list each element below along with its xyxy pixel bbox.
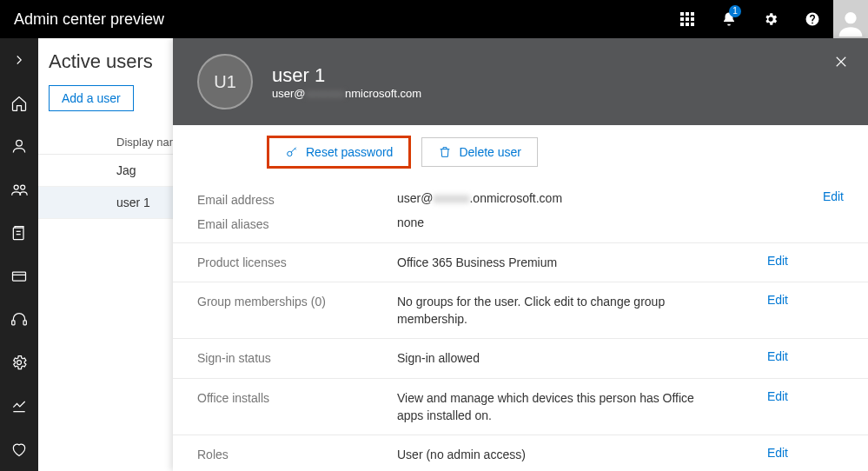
svg-rect-6: [680, 23, 684, 26]
svg-point-10: [17, 141, 23, 147]
close-button[interactable]: [833, 54, 849, 72]
svg-point-9: [845, 12, 856, 23]
row-office-installs: Office installs View and manage which de…: [173, 378, 868, 435]
svg-rect-7: [686, 23, 689, 26]
svg-rect-3: [680, 17, 684, 21]
row-groups: Group memberships (0) No groups for the …: [173, 282, 868, 339]
nav-billing[interactable]: [0, 211, 38, 255]
user-email: user@xxxxxxxnmicrosoft.com: [272, 87, 421, 100]
svg-point-20: [17, 361, 22, 365]
label-product-licenses: Product licenses: [197, 254, 397, 269]
reset-password-button[interactable]: Reset password: [268, 137, 409, 167]
nav-users[interactable]: [0, 125, 38, 169]
delete-user-label: Delete user: [459, 145, 521, 159]
user-display-name: user 1: [272, 64, 421, 87]
svg-point-11: [14, 185, 18, 189]
help-button[interactable]: [792, 0, 833, 38]
nav-expand-button[interactable]: [0, 38, 38, 82]
app-title: Admin center preview: [0, 10, 666, 29]
svg-rect-4: [686, 17, 689, 21]
value-product-licenses: Office 365 Business Premium: [397, 254, 719, 271]
value-group-memberships: No groups for the user. Click edit to ch…: [397, 293, 719, 328]
nav-groups[interactable]: [0, 168, 38, 211]
label-office-installs: Office installs: [197, 389, 397, 405]
edit-groups-link[interactable]: Edit: [767, 293, 788, 307]
edit-signin-link[interactable]: Edit: [767, 349, 788, 363]
svg-rect-5: [691, 17, 694, 21]
edit-roles-link[interactable]: Edit: [767, 446, 788, 460]
nav-support[interactable]: [0, 298, 38, 342]
edit-email-link[interactable]: Edit: [823, 189, 844, 203]
top-bar: Admin center preview 1: [0, 0, 868, 38]
svg-rect-18: [12, 321, 15, 325]
account-avatar[interactable]: [833, 0, 868, 38]
nav-reports[interactable]: [0, 384, 38, 428]
label-signin-status: Sign-in status: [197, 349, 397, 365]
svg-rect-8: [691, 23, 694, 26]
notifications-button[interactable]: 1: [708, 0, 750, 38]
shell: Active users Add a user Display name Jag…: [0, 38, 868, 471]
reset-password-label: Reset password: [306, 145, 393, 159]
edit-licenses-link[interactable]: Edit: [767, 254, 788, 268]
svg-point-23: [288, 151, 292, 156]
details-section: Email address user@xxxxxx.onmicrosoft.co…: [173, 179, 868, 471]
edit-office-installs-link[interactable]: Edit: [767, 389, 788, 403]
value-office-installs: View and manage which devices this perso…: [397, 389, 719, 425]
user-detail-flyout: U1 user 1 user@xxxxxxxnmicrosoft.com Res…: [173, 38, 868, 471]
label-email-address: Email address: [197, 189, 397, 207]
main-area: Active users Add a user Display name Jag…: [38, 38, 868, 471]
left-nav: [0, 38, 38, 471]
row-signin: Sign-in status Sign-in allowed Edit: [173, 338, 868, 377]
add-user-button[interactable]: Add a user: [49, 85, 134, 111]
trash-icon: [438, 145, 452, 159]
row-email: Email address user@xxxxxx.onmicrosoft.co…: [173, 179, 868, 242]
app-launcher-button[interactable]: [666, 0, 708, 38]
label-roles: Roles: [197, 446, 397, 461]
nav-cards[interactable]: [0, 255, 38, 298]
svg-rect-2: [691, 12, 694, 16]
label-group-memberships: Group memberships (0): [197, 293, 397, 308]
user-avatar-initials: U1: [197, 54, 253, 109]
flyout-actions: Reset password Delete user: [173, 125, 868, 179]
row-licenses: Product licenses Office 365 Business Pre…: [173, 242, 868, 282]
value-email-aliases: none: [397, 214, 719, 231]
svg-rect-16: [13, 272, 26, 281]
nav-health[interactable]: [0, 428, 38, 471]
svg-rect-1: [686, 12, 689, 16]
value-email-address: user@xxxxxx.onmicrosoft.com: [397, 189, 719, 207]
key-icon: [285, 145, 299, 159]
settings-button[interactable]: [750, 0, 792, 38]
flyout-header: U1 user 1 user@xxxxxxxnmicrosoft.com: [173, 38, 868, 125]
svg-rect-13: [13, 228, 23, 239]
row-roles: Roles User (no admin access) Edit: [173, 435, 868, 471]
svg-rect-19: [23, 321, 26, 325]
flyout-heading-text: user 1 user@xxxxxxxnmicrosoft.com: [272, 64, 421, 100]
label-email-aliases: Email aliases: [197, 214, 397, 231]
svg-point-12: [21, 185, 25, 189]
svg-rect-0: [680, 12, 684, 16]
nav-home[interactable]: [0, 82, 38, 125]
value-roles: User (no admin access): [397, 446, 719, 463]
delete-user-button[interactable]: Delete user: [421, 137, 538, 167]
nav-settings[interactable]: [0, 342, 38, 385]
topbar-actions: 1: [666, 0, 868, 38]
value-signin-status: Sign-in allowed: [397, 349, 719, 367]
notification-badge: 1: [729, 5, 741, 17]
